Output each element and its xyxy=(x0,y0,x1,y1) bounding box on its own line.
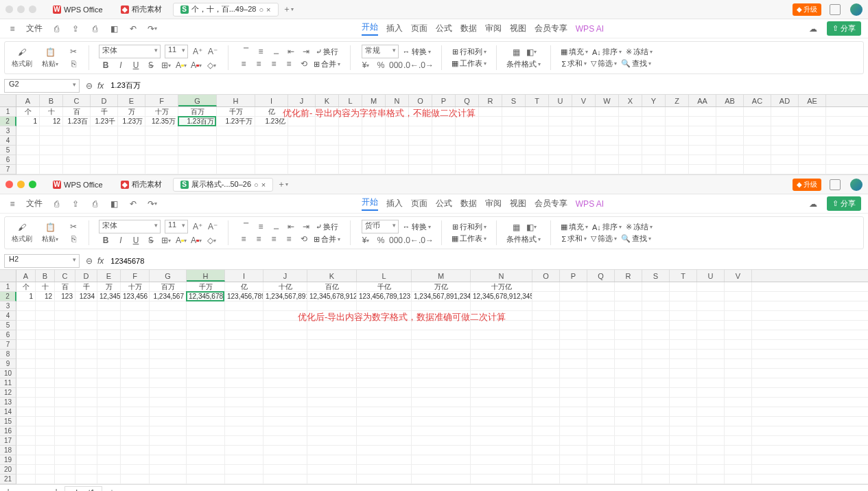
filter-button-2[interactable]: ▽筛选▾ xyxy=(591,233,617,244)
cell-R7[interactable] xyxy=(615,340,642,349)
indent-inc-icon[interactable]: ⇥ xyxy=(301,46,312,57)
cell-P5[interactable] xyxy=(432,146,456,155)
cell-M1[interactable]: 万亿 xyxy=(412,282,471,291)
cell-A1[interactable]: 个 xyxy=(16,107,40,116)
cell-U3[interactable] xyxy=(549,126,572,135)
cell-C8[interactable] xyxy=(55,350,75,358)
menu-ai-2[interactable]: WPS AI xyxy=(576,199,604,209)
menu-data[interactable]: 数据 xyxy=(460,23,477,34)
cell-O13[interactable] xyxy=(532,398,560,407)
cell-V3[interactable] xyxy=(725,301,752,310)
col-header-G[interactable]: G xyxy=(150,270,187,282)
cell-F7[interactable] xyxy=(121,340,150,349)
col-header-L[interactable]: L xyxy=(357,270,412,282)
cell-J5[interactable] xyxy=(288,146,316,155)
cell-N8[interactable] xyxy=(471,350,532,358)
tab-daoke[interactable]: ◆稻壳素材 xyxy=(114,3,169,16)
cell-U6[interactable] xyxy=(697,330,725,339)
cell-D10[interactable] xyxy=(75,369,97,378)
cell-P19[interactable] xyxy=(560,455,587,464)
cell-T20[interactable] xyxy=(670,465,697,474)
col-header-P[interactable]: P xyxy=(560,270,587,282)
cell-L13[interactable] xyxy=(357,398,412,407)
cell-A6[interactable] xyxy=(16,155,40,164)
size-select-2[interactable]: 11 xyxy=(165,220,188,233)
cell-G4[interactable] xyxy=(150,311,187,320)
underline-icon-2[interactable]: U xyxy=(130,235,141,246)
print-icon[interactable]: ⎙ xyxy=(89,23,100,34)
select-all-corner[interactable] xyxy=(0,95,16,106)
cell-V6[interactable] xyxy=(725,330,752,339)
cell-P3[interactable] xyxy=(560,301,587,310)
cell-N21[interactable] xyxy=(471,475,532,483)
cell-B2[interactable]: 12 xyxy=(36,292,55,301)
cell-AD6[interactable] xyxy=(771,155,799,164)
cell-R11[interactable] xyxy=(615,378,642,387)
cell-B5[interactable] xyxy=(36,321,55,330)
cell-E12[interactable] xyxy=(97,388,121,397)
cell-O3[interactable] xyxy=(532,301,560,310)
cell-H18[interactable] xyxy=(187,446,225,455)
cell-V6[interactable] xyxy=(572,155,596,164)
cell-I11[interactable] xyxy=(225,378,263,387)
cell-I8[interactable] xyxy=(225,350,263,358)
cell-Q21[interactable] xyxy=(587,475,615,483)
cell-A10[interactable] xyxy=(16,369,36,378)
cell-P17[interactable] xyxy=(560,436,587,445)
tab-doc2[interactable]: S展示格式-...50–26 ○ × xyxy=(173,178,274,192)
cell-N10[interactable] xyxy=(471,369,532,378)
cell-O17[interactable] xyxy=(532,436,560,445)
row-header-15[interactable]: 15 xyxy=(0,417,16,426)
cell-H3[interactable] xyxy=(187,301,225,310)
cell-D7[interactable] xyxy=(91,165,118,174)
comma-icon-2[interactable]: 000 xyxy=(390,235,401,246)
menu-member[interactable]: 会员专享 xyxy=(535,23,567,34)
col-header-X[interactable]: X xyxy=(619,95,642,106)
cell-X6[interactable] xyxy=(619,155,642,164)
cell-R4[interactable] xyxy=(615,311,642,320)
find-button[interactable]: 🔍查找▾ xyxy=(621,58,651,69)
cell-X4[interactable] xyxy=(619,136,642,145)
cell-U1[interactable] xyxy=(697,282,725,291)
cell-T13[interactable] xyxy=(670,398,697,407)
cell-Q9[interactable] xyxy=(587,359,615,368)
cell-E2[interactable]: 1.23万 xyxy=(118,117,145,126)
cell-D4[interactable] xyxy=(91,136,118,145)
brush-icon-2[interactable]: 🖌 xyxy=(16,222,27,233)
indent-inc-icon-2[interactable]: ⇥ xyxy=(301,221,312,232)
cell-Q7[interactable] xyxy=(587,340,615,349)
cell-L12[interactable] xyxy=(357,388,412,397)
cell-K10[interactable] xyxy=(307,369,357,378)
cell-G18[interactable] xyxy=(150,446,187,455)
cell-R10[interactable] xyxy=(615,369,642,378)
new-tab-icon-2[interactable]: ＋▾ xyxy=(277,179,288,190)
condfmt-button[interactable]: 条件格式▾ xyxy=(506,59,541,69)
condfmt-button-2[interactable]: 条件格式▾ xyxy=(506,234,541,244)
cell-U9[interactable] xyxy=(697,359,725,368)
cell-N3[interactable] xyxy=(386,126,409,135)
col-header-V[interactable]: V xyxy=(725,270,752,282)
cell-G7[interactable] xyxy=(178,165,217,174)
cell-M18[interactable] xyxy=(412,446,471,455)
cell-L19[interactable] xyxy=(357,455,412,464)
cell-H4[interactable] xyxy=(217,136,255,145)
cell-E1[interactable]: 万 xyxy=(97,282,121,291)
grow-font-icon-2[interactable]: A⁺ xyxy=(192,221,203,232)
cell-AE6[interactable] xyxy=(799,155,826,164)
cell-U10[interactable] xyxy=(697,369,725,378)
cell-W5[interactable] xyxy=(596,146,619,155)
cell-F2[interactable]: 12.35万 xyxy=(145,117,178,126)
col-header-B[interactable]: B xyxy=(36,270,55,282)
traffic-max[interactable] xyxy=(29,5,36,13)
cell-V13[interactable] xyxy=(725,398,752,407)
freeze-button-2[interactable]: ※冻结▾ xyxy=(626,222,653,232)
cell-G8[interactable] xyxy=(150,350,187,358)
col-header-E[interactable]: E xyxy=(97,270,121,282)
cell-I2[interactable]: 123,456,789 xyxy=(225,292,263,301)
cell-Z2[interactable] xyxy=(666,117,689,126)
cell-I3[interactable] xyxy=(255,126,288,135)
freeze-button[interactable]: ※冻结▾ xyxy=(626,47,653,57)
cell-X3[interactable] xyxy=(619,126,642,135)
col-header-K[interactable]: K xyxy=(307,270,357,282)
cell-R6[interactable] xyxy=(615,330,642,339)
